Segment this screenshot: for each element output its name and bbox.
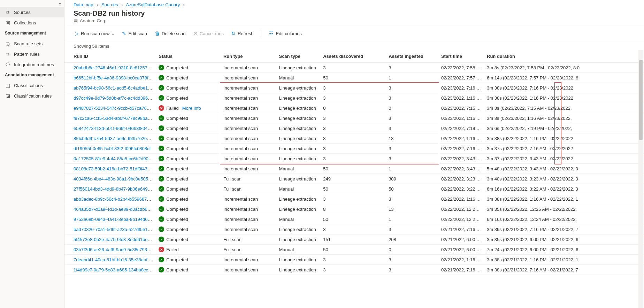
table-row[interactable]: d97cc49e-8d79-5d8b-af7c-ac4dd3961ebb ✓Co…	[64, 93, 644, 103]
table-row[interactable]: f97c2ca6-ccf5-53d4-ab0f-6778c98bac37 ✓Co…	[64, 113, 644, 123]
fail-icon: ✕	[159, 247, 164, 252]
sidebar-item-pattern-rules[interactable]: ≋Pattern rules	[0, 49, 64, 59]
success-icon: ✓	[159, 237, 164, 242]
more-info-link[interactable]: More info	[182, 106, 201, 111]
sidebar-item-integration-runtimes[interactable]: ⎔Integration runtimes	[0, 59, 64, 70]
run-id-link[interactable]: bad70320-70a1-5d9f-a23a-a27df5e151ad	[74, 227, 156, 232]
scan-type: Lineage extraction	[276, 265, 320, 275]
start-time: 02/21/2022, 1:16 PM	[438, 255, 484, 265]
edit-scan-button[interactable]: ✎ Edit scan	[118, 29, 150, 38]
status-text: Completed	[166, 136, 188, 141]
column-header[interactable]: Scan type	[276, 50, 320, 63]
column-header[interactable]: Start time	[438, 50, 484, 63]
start-time: 02/23/2022, 1:16 A…	[438, 113, 484, 123]
success-icon: ✓	[159, 206, 164, 212]
run-id-link[interactable]: f97c2ca6-ccf5-53d4-ab0f-6778c98bac37	[74, 116, 155, 121]
start-time: 02/22/2022, 1:16 A…	[438, 194, 484, 204]
table-row[interactable]: 27f56014-fbd3-4dd9-8b47-9b06e649aba4 ✓Co…	[64, 184, 644, 194]
table-row[interactable]: 5f4573e8-0b2e-4a7b-9fd3-8e0d61be6d30 ✓Co…	[64, 234, 644, 245]
run-scan-now-button[interactable]: ▷ Run scan now ⌵	[71, 29, 118, 38]
scan-type: Lineage extraction	[276, 234, 320, 245]
run-id-link[interactable]: 5f4573e8-0b2e-4a7b-9fd3-8e0d61be6d30	[74, 237, 156, 242]
table-row[interactable]: 464a35d7-d1a9-4d1d-ae89-d0acdb66da1d ✓Co…	[64, 204, 644, 214]
table-row[interactable]: e5842473-f13d-501f-969f-04663f804bc0 ✓Co…	[64, 123, 644, 133]
run-id-link[interactable]: abb3adec-8b9c-56c4-b2b4-b559687b52b8	[74, 197, 156, 202]
sidebar-item-collections[interactable]: ▣Collections	[0, 17, 64, 28]
run-id-link[interactable]: 464a35d7-d1a9-4d1d-ae89-d0acdb66da1d	[74, 207, 156, 212]
assets-discovered: 3	[320, 93, 386, 103]
run-id-link[interactable]: 0a172505-81e9-4af4-85a5-cc6b2d908379	[74, 156, 156, 161]
run-history-table: Run IDStatusRun typeScan typeAssets disc…	[64, 50, 644, 275]
table-row[interactable]: 08108c73-59b2-416a-bb72-51df9f43779a ✓Co…	[64, 164, 644, 174]
table-row[interactable]: ab765f94-bc98-56c1-acd5-6c4adbe11851 ✓Co…	[64, 83, 644, 93]
scrollbar[interactable]	[638, 50, 643, 308]
run-id-link[interactable]: 03b7f3d6-ae26-4af6-9ad9-5c38c7938ebf	[74, 247, 156, 252]
status-text: Completed	[166, 237, 188, 242]
start-time: 02/22/2022, 7:16 A…	[438, 144, 484, 154]
status-text: Failed	[166, 247, 178, 252]
breadcrumb-data-map[interactable]: Data map	[74, 2, 93, 7]
sidebar-collapse[interactable]: «	[0, 0, 64, 7]
table-row[interactable]: 4034f66c-4be4-483c-98a1-9bc0e505c04f ✓Co…	[64, 174, 644, 184]
assets-discovered: 3	[320, 123, 386, 133]
assets-ingested: 3	[386, 194, 438, 204]
run-id-link[interactable]: 27f56014-fbd3-4dd9-8b47-9b06e649aba4	[74, 186, 156, 192]
refresh-button[interactable]: ↻ Refresh	[228, 29, 257, 38]
assets-discovered: 8	[320, 133, 386, 144]
toolbar: ▷ Run scan now ⌵ ✎ Edit scan 🗑 Delete sc…	[64, 27, 644, 40]
run-id-link[interactable]: e5842473-f13d-501f-969f-04663f804bc0	[74, 126, 155, 131]
sidebar-item-sources[interactable]: ⧉Sources	[0, 7, 64, 17]
table-row[interactable]: 9752e68b-0943-4a41-8eba-9b194d6b723c ✓Co…	[64, 214, 644, 224]
run-id-link[interactable]: d97cc49e-8d79-5d8b-af7c-ac4dd3961ebb	[74, 95, 156, 101]
run-id-link[interactable]: df19055f-0e65-5c0f-83f2-f096fc0808cf	[74, 146, 151, 151]
status-text: Completed	[166, 176, 188, 182]
table-scroll[interactable]: Run IDStatusRun typeScan typeAssets disc…	[64, 50, 644, 308]
column-header[interactable]: Run ID	[64, 50, 156, 63]
assets-ingested: 3	[386, 63, 438, 73]
status-text: Completed	[166, 156, 188, 161]
success-icon: ✓	[159, 146, 164, 151]
assets-ingested: 3	[386, 93, 438, 103]
scan-type: Lineage extraction	[276, 133, 320, 144]
run-id-link[interactable]: 1f4d99c7-0a79-5e83-a685-134ba8cc6744	[74, 267, 156, 272]
table-row[interactable]: 7deabd41-40ca-51bf-bb16-35e38abf30e0 ✓Co…	[64, 255, 644, 265]
breadcrumb-source-name[interactable]: AzureSqlDatabase-Canary	[126, 2, 180, 7]
table-row[interactable]: abb3adec-8b9c-56c4-b2b4-b559687b52b8 ✓Co…	[64, 194, 644, 204]
run-id-link[interactable]: 9752e68b-0943-4a41-8eba-9b194d6b723c	[74, 217, 156, 222]
run-id-link[interactable]: e9487827-5234-547c-9ccb-d57ca769e94f	[74, 106, 156, 111]
run-id-link[interactable]: 08108c73-59b2-416a-bb72-51df9f43779a	[74, 166, 156, 171]
table-row[interactable]: bad70320-70a1-5d9f-a23a-a27df5e151ad ✓Co…	[64, 224, 644, 234]
sidebar-item-classifications[interactable]: ◫Classifications	[0, 80, 64, 91]
run-type: Incremental scan	[221, 123, 276, 133]
table-row[interactable]: 0a172505-81e9-4af4-85a5-cc6b2d908379 ✓Co…	[64, 154, 644, 164]
table-row[interactable]: b66512bf-bf5e-4a36-9398-bc0ca378fcf2 ✓Co…	[64, 73, 644, 83]
table-row[interactable]: 20abdb8e-2746-46d1-9310-8c812571d47f ✓Co…	[64, 63, 644, 73]
run-id-link[interactable]: ab765f94-bc98-56c1-acd5-6c4adbe11851	[74, 85, 156, 91]
column-header[interactable]: Run duration	[484, 50, 644, 63]
run-id-link[interactable]: 20abdb8e-2746-46d1-9310-8c812571d47f	[74, 65, 156, 70]
breadcrumb-sources[interactable]: Sources	[101, 2, 118, 7]
status-text: Completed	[166, 217, 188, 222]
column-header[interactable]: Status	[156, 50, 221, 63]
table-row[interactable]: 03b7f3d6-ae26-4af6-9ad9-5c38c7938ebf ✕Fa…	[64, 245, 644, 255]
column-header[interactable]: Assets ingested	[386, 50, 438, 63]
table-row[interactable]: 1f4d99c7-0a79-5e83-a685-134ba8cc6744 ✓Co…	[64, 265, 644, 275]
run-id-link[interactable]: 4034f66c-4be4-483c-98a1-9bc0e505c04f	[74, 176, 156, 182]
edit-columns-button[interactable]: ☷ Edit columns	[266, 29, 305, 38]
table-row[interactable]: e9487827-5234-547c-9ccb-d57ca769e94f ✕Fa…	[64, 103, 644, 113]
run-id-link[interactable]: 8f6cb9d9-c754-5d37-ae9c-fb357e2e1978	[74, 136, 156, 141]
run-duration: 3m 37s (02/22/2022, 3:43 AM - 02/22/2022	[484, 154, 644, 164]
column-header[interactable]: Run type	[221, 50, 276, 63]
column-header[interactable]: Assets discovered	[320, 50, 386, 63]
sidebar-item-classification-rules[interactable]: ◪Classification rules	[0, 91, 64, 101]
table-row[interactable]: 8f6cb9d9-c754-5d37-ae9c-fb357e2e1978 ✓Co…	[64, 133, 644, 144]
delete-scan-button[interactable]: 🗑 Delete scan	[151, 29, 189, 38]
assets-discovered: 151	[320, 234, 386, 245]
run-id-link[interactable]: 7deabd41-40ca-51bf-bb16-35e38abf30e0	[74, 257, 156, 262]
scan-type: Lineage extraction	[276, 255, 320, 265]
table-row[interactable]: df19055f-0e65-5c0f-83f2-f096fc0808cf ✓Co…	[64, 144, 644, 154]
start-time: 02/22/2022, 1:16 PM	[438, 133, 484, 144]
run-id-link[interactable]: b66512bf-bf5e-4a36-9398-bc0ca378fcf2	[74, 75, 154, 80]
sidebar-item-scan-rule-sets[interactable]: ◶Scan rule sets	[0, 38, 64, 49]
scrollbar-thumb[interactable]	[639, 60, 643, 140]
